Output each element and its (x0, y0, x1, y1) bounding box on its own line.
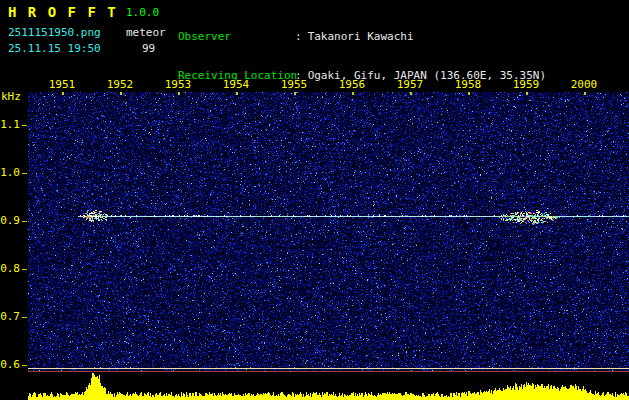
freq-tick (22, 365, 27, 366)
echo-count: 99 (142, 42, 155, 55)
time-label-2000: 2000 (571, 78, 598, 91)
time-axis: 1951 1952 1953 1954 1955 1956 1957 1958 … (0, 78, 629, 91)
freq-label-0-8: 0.8 (0, 262, 20, 275)
hrofft-screen: H R O F F T 1.0.0 2511151950.png meteor … (0, 0, 629, 400)
app-version: 1.0.0 (126, 6, 159, 19)
time-label-1956: 1956 (339, 78, 366, 91)
info-separator: : (295, 30, 302, 43)
freq-label-1-1: 1.1 (0, 118, 20, 131)
freq-tick (22, 125, 27, 126)
time-label-1958: 1958 (455, 78, 482, 91)
time-label-1952: 1952 (107, 78, 134, 91)
freq-unit-label: kHz (1, 90, 21, 103)
time-label-1954: 1954 (223, 78, 250, 91)
freq-tick (22, 173, 27, 174)
time-label-1951: 1951 (49, 78, 76, 91)
freq-label-0-6: 0.6 (0, 358, 20, 371)
time-label-1959: 1959 (513, 78, 540, 91)
freq-label-0-9: 0.9 (0, 214, 20, 227)
info-value-observer: Takanori Kawachi (308, 30, 414, 43)
freq-label-0-7: 0.7 (0, 310, 20, 323)
time-label-1953: 1953 (165, 78, 192, 91)
info-label-observer: Observer (178, 30, 295, 43)
frequency-axis: kHz 1.1 1.0 0.9 0.8 0.7 0.6 (0, 0, 28, 400)
mode-label: meteor (126, 26, 166, 39)
freq-tick (22, 317, 27, 318)
time-label-1957: 1957 (397, 78, 424, 91)
freq-tick (22, 221, 27, 222)
info-row-observer: Observer:Takanori Kawachi (178, 30, 546, 43)
signal-level-canvas (28, 372, 629, 400)
spectrogram-canvas (28, 92, 629, 372)
time-label-1955: 1955 (281, 78, 308, 91)
freq-label-1-0: 1.0 (0, 166, 20, 179)
freq-tick (22, 269, 27, 270)
